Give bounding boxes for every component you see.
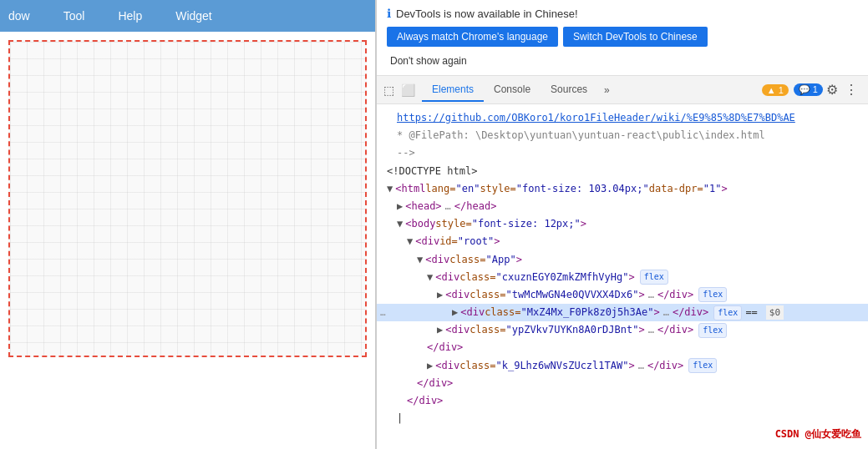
menu-item-widget[interactable]: Widget (175, 9, 212, 23)
html-line-div-ypzv: ▶ <div class="ypZVkv7UYKn8A0rDJBnt" > … … (377, 321, 868, 339)
three-dots: … (380, 305, 386, 320)
cursor-icon: ⬚ (383, 83, 394, 97)
warning-badge: ▲ 1 (762, 84, 789, 96)
root-expand-icon[interactable]: ▼ (407, 234, 413, 250)
dollar-0: $0 (766, 305, 784, 320)
twmc-expand-icon[interactable]: ▶ (437, 287, 443, 303)
tab-console[interactable]: Console (484, 78, 541, 102)
html-line-body: ▼ <body style="font-size: 12px;" > (377, 215, 868, 233)
notification-title: ℹ DevTools is now available in Chinese! (387, 7, 858, 20)
html-line-div-root: ▼ <div id="root" > (377, 233, 868, 250)
info-badge: 💬 1 (794, 83, 823, 96)
html-expand-icon[interactable]: ▼ (387, 181, 393, 197)
k9lh-expand-icon[interactable]: ▶ (427, 358, 433, 374)
dont-show-again-button[interactable]: Don't show again (387, 53, 470, 68)
html-line-div-twmc: ▶ <div class="twMcMwGN4e0QVVXX4Dx6" > … … (377, 286, 868, 304)
settings-icon[interactable]: ⚙ (823, 78, 841, 101)
webpage-menu: dow Tool Help Widget (0, 0, 375, 32)
devtools-panel: ℹ DevTools is now available in Chinese! … (376, 0, 868, 449)
html-line-div-app: ▼ <div class="App" > (377, 251, 868, 269)
tab-sources[interactable]: Sources (541, 78, 597, 102)
notification-bar: ℹ DevTools is now available in Chinese! … (377, 0, 868, 76)
html-line-head: ▶ <head> … </head> (377, 198, 868, 215)
menu-item-tool[interactable]: Tool (63, 9, 85, 23)
html-line-div-cxuz: ▼ <div class="cxuznEGY0ZmkZMfhVyHg" > fl… (377, 269, 868, 286)
html-line-doctype: <!DOCTYPE html> (377, 163, 868, 180)
body-expand-icon[interactable]: ▼ (397, 216, 403, 232)
webpage-content (8, 40, 367, 357)
html-line-close-2: </div> (377, 375, 868, 392)
flex-badge-1: flex (640, 270, 668, 285)
doctype-text: <!DOCTYPE html> (387, 164, 477, 179)
html-line-comment1: * @FilePath: \Desktop\yuntuan\yuntuan-re… (377, 127, 868, 144)
grid-background (10, 42, 365, 356)
app-expand-icon[interactable]: ▼ (417, 252, 423, 268)
menu-item-help[interactable]: Help (118, 9, 142, 23)
html-line-cursor: | (377, 410, 868, 427)
tab-elements[interactable]: Elements (422, 78, 484, 102)
html-line-close-3: </div> (377, 392, 868, 410)
cxuz-expand-icon[interactable]: ▼ (427, 270, 433, 285)
device-icon: ⬜ (401, 83, 415, 97)
head-expand-icon[interactable]: ▶ (397, 199, 403, 214)
flex-badge-2: flex (698, 287, 727, 302)
main-area: dow Tool Help Widget ℹ DevTools is now a… (0, 0, 868, 449)
webpage-panel: dow Tool Help Widget (0, 0, 376, 449)
mxz4-expand-icon[interactable]: ▶ (452, 305, 458, 320)
info-icon: ℹ (387, 7, 391, 20)
more-options-icon[interactable]: ⋮ (841, 78, 861, 101)
switch-language-button[interactable]: Switch DevTools to Chinese (563, 27, 708, 47)
notification-buttons: Always match Chrome's language Switch De… (387, 27, 858, 47)
more-tabs-button[interactable]: » (597, 79, 617, 101)
devtools-tabs: ⬚ ⬜ Elements Console Sources » ▲ 1 💬 1 ⚙… (377, 76, 868, 104)
html-line-link: https://github.com/OBKoro1/koro1FileHead… (377, 109, 868, 127)
match-language-button[interactable]: Always match Chrome's language (387, 27, 558, 47)
comment-close: --> (397, 145, 415, 161)
html-content: https://github.com/OBKoro1/koro1FileHead… (377, 104, 868, 449)
csdn-watermark: CSDN @仙女爱吃鱼 (775, 426, 861, 442)
flex-badge-5: flex (688, 358, 717, 373)
menu-item-dow[interactable]: dow (8, 9, 30, 23)
comment-filepath: * @FilePath: \Desktop\yuntuan\yuntuan-re… (397, 128, 765, 144)
ypzv-expand-icon[interactable]: ▶ (437, 322, 443, 338)
html-line-html-open: ▼ <html lang="en" style="font-size: 103.… (377, 180, 868, 198)
flex-badge-4: flex (698, 323, 727, 338)
flex-badge-3: flex (713, 305, 742, 320)
html-open-tag: <html (395, 181, 425, 197)
html-line-div-k9lh: ▶ <div class="k_9Lhz6wNVsZUczl1TAW" > … … (377, 357, 868, 375)
github-link[interactable]: https://github.com/OBKoro1/koro1FileHead… (397, 110, 795, 126)
html-line-close-1: </div> (377, 339, 868, 356)
tab-badges: ▲ 1 💬 1 (762, 83, 823, 96)
notification-message: DevTools is now available in Chinese! (396, 8, 578, 20)
html-line-comment2: --> (377, 144, 868, 162)
html-line-div-mxz4: … ▶ <div class="MxZ4Mx_F0Pk8z0j5h3Ae" > … (377, 304, 868, 321)
